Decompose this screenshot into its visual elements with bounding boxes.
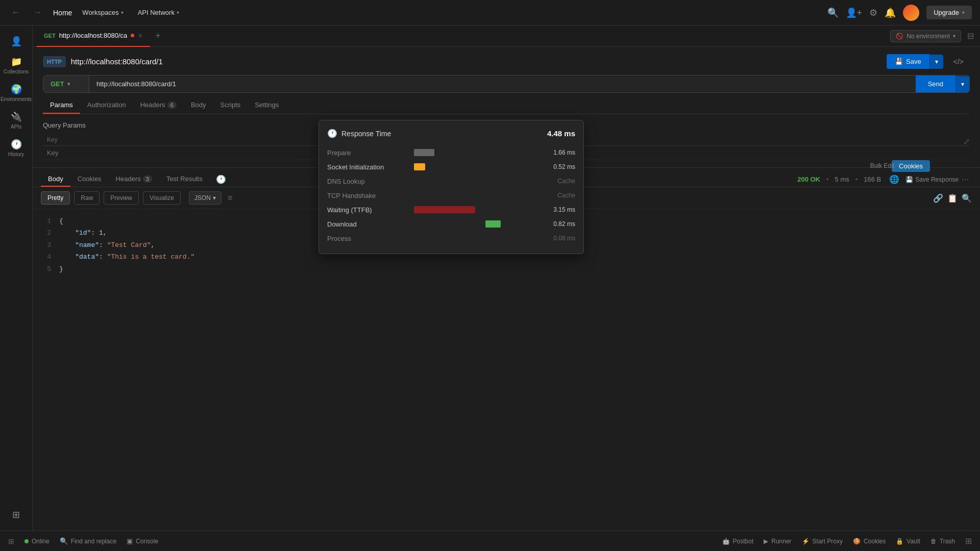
view-raw-button[interactable]: Raw — [74, 191, 100, 205]
send-dropdown-button[interactable]: ▾ — [955, 76, 969, 92]
runner-label: Runner — [771, 538, 791, 545]
history-label: History — [8, 152, 24, 157]
resp-headers-badge: 3 — [143, 176, 152, 183]
online-label: Online — [32, 538, 50, 545]
workspaces-menu[interactable]: Workspaces ▾ — [78, 7, 127, 18]
active-tab[interactable]: GET http://localhost:8080/ca ✕ — [37, 26, 150, 47]
tab-settings[interactable]: Settings — [248, 97, 286, 114]
popup-header: 🕐 Response Time 4.48 ms — [327, 129, 575, 138]
status-postbot[interactable]: 🤖 Postbot — [722, 538, 754, 545]
user-icon: 👤 — [11, 36, 22, 47]
line-num-4: 4 — [41, 251, 51, 263]
filter-button[interactable]: ≡ — [228, 193, 232, 203]
tab-bar-right: 🚫 No environment ▾ ⊟ — [890, 29, 976, 43]
status-vault[interactable]: 🔒 Vault — [896, 538, 920, 545]
invite-button[interactable]: 👤+ — [846, 7, 863, 18]
tab-headers[interactable]: Headers6 — [133, 97, 184, 114]
send-button[interactable]: Send — [916, 76, 955, 92]
main-layout: 👤 📁 Collections 🌍 Environments 🔌 APIs 🕐 … — [0, 26, 980, 531]
notifications-button[interactable]: 🔔 — [885, 7, 896, 18]
tab-body[interactable]: Body — [184, 97, 213, 114]
line-num-1: 1 — [41, 215, 51, 227]
code-content-1: { — [59, 215, 63, 227]
url-bar: GET ▾ Send ▾ — [43, 75, 970, 93]
save-dropdown-button[interactable]: ▾ — [929, 55, 943, 69]
env-chevron-icon: ▾ — [953, 33, 955, 39]
process-bar-container — [414, 234, 534, 243]
expand-button[interactable]: ⊞ — [965, 536, 972, 546]
popup-row-tcp: TCP Handshake Cache — [327, 188, 575, 203]
view-visualize-button[interactable]: Visualize — [143, 191, 181, 205]
resp-tab-body[interactable]: Body — [41, 172, 70, 187]
dns-bar-container — [414, 177, 534, 186]
method-selector[interactable]: GET ▾ — [43, 76, 89, 92]
tab-close-icon[interactable]: ✕ — [138, 32, 143, 39]
save-button[interactable]: 💾 Save — [887, 54, 929, 69]
popup-row-prepare: Prepare 1.66 ms — [327, 145, 575, 160]
line-num-2: 2 — [41, 227, 51, 239]
code-snippet-button[interactable]: </> — [947, 55, 970, 69]
layout-toggle-button[interactable]: ⊟ — [965, 29, 976, 43]
resize-icon[interactable]: ⤢ — [963, 137, 970, 146]
status-console[interactable]: ▣ Console — [127, 537, 158, 545]
settings-button[interactable]: ⚙ — [869, 7, 877, 18]
grid-icon: ⊞ — [12, 509, 20, 520]
sidebar-item-grid[interactable]: ⊞ — [2, 505, 31, 524]
headers-tab-label: Headers — [140, 101, 165, 109]
response-time-popup: 🕐 Response Time 4.48 ms Prepare 1.66 ms … — [318, 120, 584, 254]
line-num-5: 5 — [41, 263, 51, 275]
status-trash[interactable]: 🗑 Trash — [930, 538, 955, 545]
search-button[interactable]: 🔍 — [827, 7, 839, 18]
sidebar-item-history[interactable]: 🕐 History — [2, 135, 31, 161]
view-preview-button[interactable]: Preview — [104, 191, 139, 205]
resp-tab-cookies[interactable]: Cookies — [70, 172, 109, 187]
copy-button[interactable]: 📋 — [947, 193, 958, 203]
status-find-replace[interactable]: 🔍 Find and replace — [60, 537, 116, 545]
status-cookies[interactable]: 🍪 Cookies — [853, 538, 886, 545]
sidebar-item-apis[interactable]: 🔌 APIs — [2, 107, 31, 134]
sidebar-item-environments[interactable]: 🌍 Environments — [2, 80, 31, 106]
status-online[interactable]: Online — [24, 538, 50, 545]
home-link[interactable]: Home — [53, 9, 72, 17]
response-time: 5 ms — [835, 176, 849, 183]
link-icon-button[interactable]: 🔗 — [933, 193, 943, 203]
apis-label: APIs — [11, 124, 21, 130]
save-response-section: 💾 Save Response ⋯ — [905, 174, 972, 185]
bulk-edit-button[interactable]: Bulk Edit — [866, 160, 898, 171]
history-icon: 🕐 — [11, 139, 22, 150]
download-bar-container — [414, 219, 534, 229]
add-tab-button[interactable]: + — [150, 29, 166, 43]
avatar[interactable] — [903, 5, 919, 21]
nav-back-button[interactable]: ← — [8, 5, 23, 20]
request-tabs: Params Authorization Headers6 Body Scrip… — [43, 97, 970, 114]
workspaces-label: Workspaces — [82, 9, 118, 16]
view-pretty-button[interactable]: Pretty — [41, 191, 70, 205]
url-input[interactable] — [89, 76, 916, 92]
sidebar-item-collections[interactable]: 📁 Collections — [2, 52, 31, 79]
search-resp-button[interactable]: 🔍 — [962, 193, 972, 203]
env-selector[interactable]: 🚫 No environment ▾ — [890, 30, 961, 42]
apis-icon: 🔌 — [11, 111, 22, 122]
resp-tab-headers[interactable]: Headers3 — [109, 172, 159, 187]
api-network-menu[interactable]: API Network ▾ — [134, 7, 183, 18]
socket-label: Socket Initialization — [327, 163, 409, 171]
console-icon: ▣ — [127, 537, 133, 545]
save-response-options-button[interactable]: ⋯ — [959, 174, 972, 185]
workspaces-chevron-icon: ▾ — [121, 10, 124, 15]
save-response-button[interactable]: 💾 Save Response — [905, 176, 959, 183]
resp-history-button[interactable]: 🕐 — [212, 172, 230, 186]
nav-forward-button[interactable]: → — [30, 5, 45, 20]
tab-scripts[interactable]: Scripts — [213, 97, 248, 114]
tab-params[interactable]: Params — [43, 97, 80, 114]
upgrade-button[interactable]: Upgrade ▾ — [926, 6, 972, 19]
sidebar-item-user[interactable]: 👤 — [2, 32, 31, 51]
format-selector[interactable]: JSON ▾ — [189, 191, 222, 205]
status-start-proxy[interactable]: ⚡ Start Proxy — [802, 538, 843, 545]
line-num-3: 3 — [41, 239, 51, 251]
tab-authorization[interactable]: Authorization — [80, 97, 133, 114]
response-globe-button[interactable]: 🌐 — [889, 174, 899, 184]
sidebar: 👤 📁 Collections 🌍 Environments 🔌 APIs 🕐 … — [0, 26, 33, 531]
status-runner[interactable]: ▶ Runner — [764, 538, 791, 545]
resp-tab-test-results[interactable]: Test Results — [159, 172, 210, 187]
layout-button[interactable]: ⊞ — [8, 537, 14, 545]
